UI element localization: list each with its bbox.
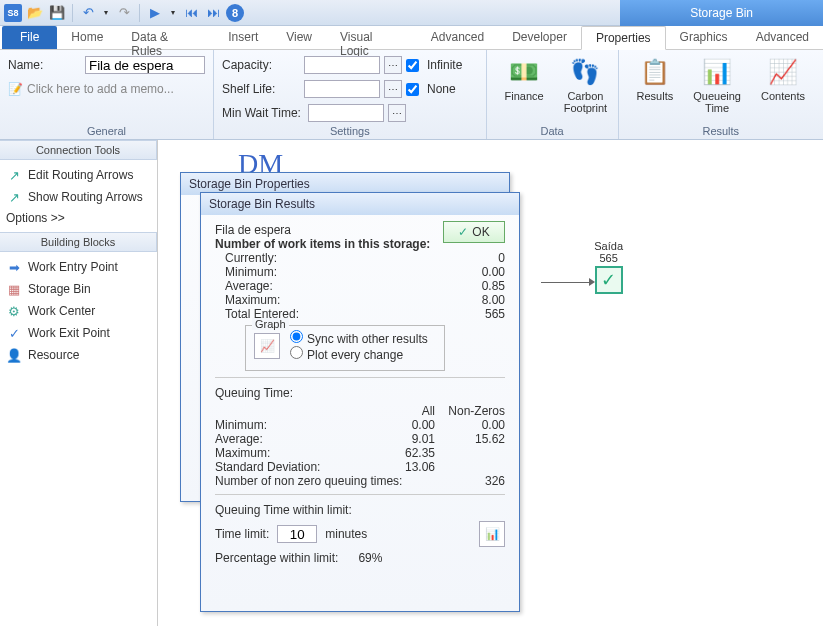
tab-data-rules[interactable]: Data & Rules [117, 26, 214, 49]
capacity-more-button[interactable]: ⋯ [384, 56, 402, 74]
carbon-label: Carbon Footprint [564, 90, 607, 114]
divider [215, 494, 505, 495]
tab-visual-logic[interactable]: Visual Logic [326, 26, 417, 49]
time-limit-input[interactable] [277, 525, 317, 543]
min-wait-more-button[interactable]: ⋯ [388, 104, 406, 122]
block-resource[interactable]: 👤Resource [2, 344, 155, 366]
group-label-results: Results [619, 125, 823, 137]
infinite-checkbox[interactable] [406, 59, 419, 72]
capacity-input[interactable] [304, 56, 380, 74]
separator [72, 4, 73, 22]
dialog-body: Fila de espera ✓OK Number of work items … [201, 215, 519, 573]
skip-back-icon[interactable]: ⏮ [182, 4, 200, 22]
edit-routing-label: Edit Routing Arrows [28, 168, 133, 182]
tab-home[interactable]: Home [57, 26, 117, 49]
routing-arrow-head [589, 278, 595, 286]
name-input[interactable] [85, 56, 205, 74]
separator [139, 4, 140, 22]
avg-label: Average: [225, 279, 435, 293]
tab-advanced[interactable]: Advanced [417, 26, 498, 49]
ribbon-group-general: Name: 📝 Click here to add a memo... Gene… [0, 50, 214, 139]
results-label: Results [637, 90, 674, 102]
version-icon[interactable]: 8 [226, 4, 244, 22]
tab-developer[interactable]: Developer [498, 26, 581, 49]
options-expand[interactable]: Options >> [2, 208, 155, 228]
dialog-title-results[interactable]: Storage Bin Results [201, 193, 519, 215]
shelf-life-input[interactable] [304, 80, 380, 98]
qt-nnz-label: Number of non zero queuing times: [215, 474, 435, 488]
none-checkbox[interactable] [406, 83, 419, 96]
undo-icon[interactable]: ↶ [79, 4, 97, 22]
tab-insert[interactable]: Insert [214, 26, 272, 49]
play-dropdown-icon[interactable]: ▾ [168, 4, 178, 22]
block-work-exit[interactable]: ✓Work Exit Point [2, 322, 155, 344]
tab-view[interactable]: View [272, 26, 326, 49]
plot-label: Plot every change [307, 348, 403, 362]
qt-min-all: 0.00 [365, 418, 435, 432]
tab-advanced2[interactable]: Advanced [742, 26, 823, 49]
work-center-label: Work Center [28, 304, 95, 318]
name-label: Name: [8, 58, 81, 72]
plot-radio[interactable] [290, 346, 303, 359]
redo-icon[interactable]: ↷ [115, 4, 133, 22]
min-wait-input[interactable] [308, 104, 384, 122]
block-storage-bin[interactable]: ▦Storage Bin [2, 278, 155, 300]
open-icon[interactable]: 📂 [26, 4, 44, 22]
sync-label: Sync with other results [307, 332, 428, 346]
total-value: 565 [435, 307, 505, 321]
qt-min-label: Minimum: [215, 418, 365, 432]
shelf-life-more-button[interactable]: ⋯ [384, 80, 402, 98]
work-entry-label: Work Entry Point [28, 260, 118, 274]
graph-legend: Graph [252, 318, 289, 330]
memo-field[interactable]: 📝 Click here to add a memo... [8, 82, 205, 96]
graph-button[interactable]: 📈 [254, 333, 280, 359]
qt-min-nz: 0.00 [435, 418, 505, 432]
finance-icon: 💵 [508, 56, 540, 88]
qt-avg-all: 9.01 [365, 432, 435, 446]
capacity-label: Capacity: [222, 58, 300, 72]
queueing-icon: 📊 [701, 56, 733, 88]
memo-icon: 📝 [8, 82, 23, 96]
currently-value: 0 [435, 251, 505, 265]
contents-label: Contents [761, 90, 805, 102]
exit-node[interactable]: Saída 565 ✓ [594, 240, 623, 296]
dialog-storage-bin-results[interactable]: Storage Bin Results Fila de espera ✓OK N… [200, 192, 520, 612]
min-wait-label: Min Wait Time: [222, 106, 304, 120]
group-label-general: General [0, 125, 213, 137]
edit-routing-arrows[interactable]: ↗Edit Routing Arrows [2, 164, 155, 186]
none-label: None [427, 82, 456, 96]
tab-properties[interactable]: Properties [581, 26, 666, 50]
tab-file[interactable]: File [2, 26, 57, 49]
block-work-entry[interactable]: ➡Work Entry Point [2, 256, 155, 278]
tab-graphics[interactable]: Graphics [666, 26, 742, 49]
arrow-right-icon: ➡ [6, 259, 22, 275]
block-work-center[interactable]: ⚙Work Center [2, 300, 155, 322]
routing-arrow [541, 282, 591, 283]
sync-radio[interactable] [290, 330, 303, 343]
save-icon[interactable]: 💾 [48, 4, 66, 22]
exit-node-label: Saída [594, 240, 623, 252]
person-icon: 👤 [6, 347, 22, 363]
check-icon: ✓ [458, 225, 468, 239]
time-limit-unit: minutes [325, 527, 367, 541]
undo-dropdown-icon[interactable]: ▾ [101, 4, 111, 22]
group-label-data: Data [487, 125, 618, 137]
building-blocks-header: Building Blocks [0, 232, 157, 252]
gear-icon: ⚙ [6, 303, 22, 319]
storage-bin-label: Storage Bin [28, 282, 91, 296]
work-exit-label: Work Exit Point [28, 326, 110, 340]
qt-std-all: 13.06 [365, 460, 435, 474]
context-tab-storage-bin: Storage Bin [620, 0, 823, 26]
min-label: Minimum: [225, 265, 435, 279]
group-label-settings: Settings [214, 125, 486, 137]
show-routing-arrows[interactable]: ↗Show Routing Arrows [2, 186, 155, 208]
ok-button[interactable]: ✓OK [443, 221, 505, 243]
check-icon: ✓ [6, 325, 22, 341]
limit-chart-button[interactable]: 📊 [479, 521, 505, 547]
skip-forward-icon[interactable]: ⏭ [204, 4, 222, 22]
play-icon[interactable]: ▶ [146, 4, 164, 22]
app-icon[interactable]: S8 [4, 4, 22, 22]
shelf-life-label: Shelf Life: [222, 82, 300, 96]
pct-label: Percentage within limit: [215, 551, 338, 565]
ribbon-tabs: File Home Data & Rules Insert View Visua… [0, 26, 823, 50]
